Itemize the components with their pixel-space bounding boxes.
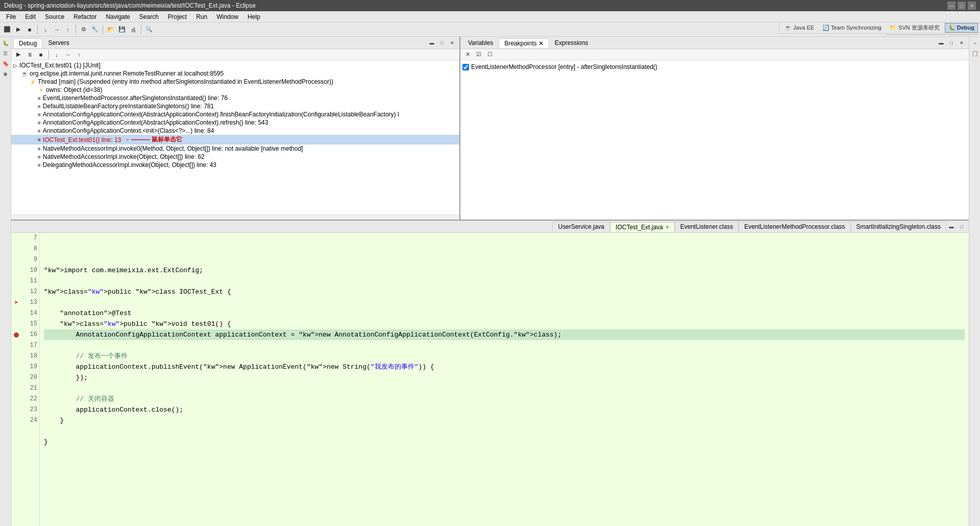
line-number: 23 [23, 404, 37, 415]
debug-resume[interactable]: ▶ [13, 50, 23, 60]
editor-tab[interactable]: EventListenerMethodProcessor.class [739, 222, 850, 231]
code-content[interactable]: "kw">import com.meimeixia.ext.ExtConfig;… [40, 233, 969, 526]
bp-disable-all[interactable]: ☐ [485, 50, 495, 60]
line-number: 22 [23, 394, 37, 404]
bp-maximize[interactable]: □ [946, 38, 957, 48]
tab-expressions[interactable]: Expressions [549, 38, 594, 47]
editor-tab[interactable]: SmartInitializingSingleton.class [851, 222, 946, 231]
line-number: 10 [23, 265, 37, 276]
debug-stepreturn[interactable]: ↑ [74, 50, 84, 60]
sidebar-right-2[interactable]: 📋 [970, 49, 979, 58]
menu-bar: FileEditSourceRefactorNavigateSearchProj… [0, 11, 980, 22]
toolbar-step-into[interactable]: ↓ [40, 25, 51, 35]
tab-variables[interactable]: Variables [462, 38, 499, 47]
maximize-button[interactable]: □ [958, 2, 966, 10]
debug-stepinto[interactable]: ↓ [52, 50, 62, 60]
bp-enable-all[interactable]: ☑ [474, 50, 484, 60]
code-line: AnnotationConfigApplicationContext appli… [44, 329, 965, 340]
tree-item[interactable]: 🔸owns: Object (id=38) [11, 86, 459, 94]
tree-item-label: DelegatingMethodAccessorImpl.invoke(Obje… [43, 161, 216, 169]
tree-item[interactable]: ☕org.eclipse.jdt.internal.junit.runner.R… [11, 69, 459, 78]
breakpoint-item[interactable]: EventListenerMethodProcessor [entry] - a… [462, 62, 967, 71]
tree-item[interactable]: ⚡Thread [main] (Suspended (entry into me… [11, 78, 459, 86]
toolbar-step-over[interactable]: → [52, 25, 62, 35]
menu-item-project[interactable]: Project [164, 12, 191, 21]
perspective-svn[interactable]: 📁 SVN 资源库研究 [887, 23, 943, 33]
toolbar-sep-4 [141, 25, 141, 34]
toolbar-run-btn[interactable]: ▶ [13, 25, 23, 35]
menu-item-run[interactable]: Run [192, 12, 211, 21]
tree-item[interactable]: ≡NativeMethodAccessorImpl.invoke0(Method… [11, 145, 459, 153]
tab-close-icon[interactable]: ✕ [665, 224, 669, 230]
toolbar-btn-4[interactable]: 🔧 [90, 25, 100, 35]
minimize-button[interactable]: — [947, 2, 955, 10]
tree-item[interactable]: ≡NativeMethodAccessorImpl.invoke(Object,… [11, 153, 459, 161]
toolbar-debug-btn[interactable]: ⬛ [2, 25, 12, 35]
code-container[interactable]: ➤ 789101112131415161718192021222324 "kw"… [11, 233, 969, 526]
menu-item-navigate[interactable]: Navigate [102, 12, 134, 21]
window-title: Debug - spring-annotation-liayun/src/tes… [4, 2, 256, 9]
tree-item[interactable]: ≡DefaultListableBeanFactory.preInstantia… [11, 102, 459, 110]
menu-item-help[interactable]: Help [243, 12, 264, 21]
debug-suspend[interactable]: ⏸ [24, 50, 35, 60]
sidebar-tasks-icon[interactable]: ☰ [1, 49, 10, 58]
breakpoint-checkbox[interactable] [462, 64, 469, 70]
bp-remove[interactable]: ✕ [462, 50, 473, 60]
code-line: applicationContext.close(); [44, 404, 965, 415]
perspective-team-sync[interactable]: 🔄 Team Synchronizing [819, 23, 885, 32]
debug-panel-close[interactable]: ✕ [447, 38, 457, 48]
gutter: ➤ [11, 233, 21, 526]
line-number: 24 [23, 415, 37, 426]
close-button[interactable]: ✕ [968, 2, 976, 10]
toolbar-stop-btn[interactable]: ■ [24, 25, 35, 35]
menu-item-refactor[interactable]: Refactor [69, 12, 101, 21]
toolbar-search-btn[interactable]: 🔍 [144, 25, 154, 35]
bp-close[interactable]: ✕ [957, 38, 967, 48]
tree-item[interactable]: ≡DelegatingMethodAccessorImpl.invoke(Obj… [11, 161, 459, 169]
editor-tab[interactable]: EventListener.class [675, 222, 739, 231]
toolbar-btn-6[interactable]: 💾 [117, 25, 127, 35]
code-line [44, 340, 965, 351]
menu-item-file[interactable]: File [2, 12, 20, 21]
editor-tab[interactable]: IOCTest_Ext.java ✕ [610, 222, 675, 232]
tab-breakpoints[interactable]: Breakpoints ✕ [499, 38, 549, 48]
menu-item-search[interactable]: Search [135, 12, 163, 21]
debug-tree: ▷IOCTest_Ext.test01 (1) [JUnit]☕org.ecli… [11, 60, 459, 214]
tree-item-icon: ≡ [38, 104, 41, 109]
sidebar-console-icon[interactable]: ▣ [1, 69, 10, 79]
window-controls[interactable]: — □ ✕ [947, 2, 976, 10]
menu-item-window[interactable]: Window [212, 12, 242, 21]
tree-item[interactable]: ≡AnnotationConfigApplicationContext(Abst… [11, 110, 459, 118]
debug-panel-toolbar: ▶ ⏸ ■ ↓ → ↑ [11, 49, 459, 60]
perspective-javaee[interactable]: ☕ Java EE [781, 23, 817, 32]
menu-item-edit[interactable]: Edit [21, 12, 40, 21]
toolbar-btn-7[interactable]: 🖨 [128, 25, 138, 35]
debug-panel-maximize[interactable]: □ [437, 38, 447, 48]
toolbar-step-return[interactable]: ↑ [63, 25, 73, 35]
bp-minimize[interactable]: ▬ [936, 38, 946, 48]
toolbar-btn-5[interactable]: 📂 [106, 25, 116, 35]
line-number: 20 [23, 372, 37, 383]
tab-debug[interactable]: Debug [13, 38, 42, 48]
debug-panel-tabs: Debug Servers ▬ □ ✕ [11, 37, 459, 49]
sidebar-right-1[interactable]: ⚡ [970, 39, 979, 48]
editor-minimize[interactable]: ▬ [946, 222, 957, 232]
perspective-debug[interactable]: 🐛 Debug [945, 23, 978, 33]
tab-servers[interactable]: Servers [42, 38, 75, 47]
debug-terminate[interactable]: ■ [36, 50, 46, 60]
tree-item[interactable]: ≡AnnotationConfigApplicationContext(Abst… [11, 118, 459, 127]
sidebar-bookmark-icon[interactable]: 🔖 [1, 59, 10, 68]
tree-item[interactable]: ≡IOCTest_Ext.test01() line: 13 ←——— 鼠标单击… [11, 135, 459, 145]
toolbar-btn-3[interactable]: ⚙ [79, 25, 89, 35]
debug-scrollbar[interactable] [11, 214, 459, 220]
tree-item[interactable]: ≡AnnotationConfigApplicationContext.<ini… [11, 127, 459, 135]
debug-panel-minimize[interactable]: ▬ [427, 38, 437, 48]
gutter-line [11, 276, 21, 286]
tree-item[interactable]: ≡EventListenerMethodProcessor.afterSingl… [11, 94, 459, 102]
tree-item[interactable]: ▷IOCTest_Ext.test01 (1) [JUnit] [11, 61, 459, 69]
sidebar-debug-icon[interactable]: 🐛 [1, 39, 10, 48]
debug-stepover[interactable]: → [63, 50, 73, 60]
menu-item-source[interactable]: Source [41, 12, 68, 21]
editor-maximize[interactable]: □ [957, 222, 967, 232]
editor-tab[interactable]: UserService.java [552, 222, 610, 231]
